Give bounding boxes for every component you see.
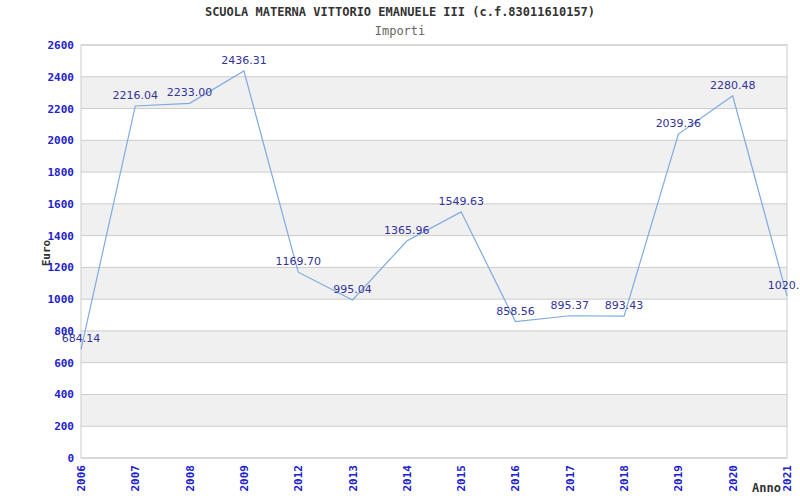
data-point-label: 684.14: [62, 332, 101, 345]
y-tick-label: 1400: [48, 230, 75, 243]
y-tick-label: 1000: [48, 293, 75, 306]
data-point-label: 2039.36: [656, 117, 702, 130]
y-tick-label: 2000: [48, 134, 75, 147]
x-tick-label: 2019: [672, 465, 685, 492]
x-tick-label: 2012: [292, 465, 305, 492]
y-tick-label: 1200: [48, 261, 75, 274]
data-point-label: 1169.70: [275, 255, 321, 268]
data-point-label: 1020.9: [768, 279, 800, 292]
plot-band: [81, 394, 787, 426]
plot-band: [81, 140, 787, 172]
y-tick-label: 400: [54, 388, 74, 401]
data-point-label: 1365.96: [384, 224, 430, 237]
plot-band: [81, 331, 787, 363]
data-point-label: 2280.48: [710, 79, 756, 92]
data-point-label: 2436.31: [221, 54, 267, 67]
data-point-label: 858.56: [496, 305, 535, 318]
data-point-label: 2216.04: [113, 89, 159, 102]
plot-band: [81, 204, 787, 236]
plot-area: 0200400600800100012001400160018002000220…: [0, 0, 800, 500]
x-tick-label: 2020: [727, 465, 740, 492]
y-tick-label: 1800: [48, 166, 75, 179]
x-tick-label: 2006: [75, 465, 88, 492]
x-tick-label: 2015: [455, 465, 468, 492]
x-tick-label: 2008: [184, 465, 197, 492]
y-tick-label: 0: [67, 452, 74, 465]
data-point-label: 995.04: [333, 283, 372, 296]
data-point-label: 1549.63: [438, 195, 484, 208]
y-tick-label: 2400: [48, 71, 75, 84]
data-point-label: 893.43: [605, 299, 644, 312]
y-tick-label: 600: [54, 357, 74, 370]
x-tick-label: 2018: [618, 465, 631, 492]
x-tick-label: 2009: [238, 465, 251, 492]
x-tick-label: 2007: [129, 465, 142, 492]
y-tick-label: 2600: [48, 39, 75, 52]
x-tick-label: 2013: [347, 465, 360, 492]
data-point-label: 895.37: [551, 299, 590, 312]
x-tick-label: 2014: [401, 465, 414, 492]
plot-band: [81, 267, 787, 299]
x-tick-label: 2017: [564, 465, 577, 492]
y-tick-label: 2200: [48, 103, 75, 116]
y-tick-label: 200: [54, 420, 74, 433]
y-tick-label: 1600: [48, 198, 75, 211]
x-tick-label: 2021: [781, 465, 794, 492]
data-point-label: 2233.00: [167, 86, 213, 99]
x-tick-label: 2016: [509, 465, 522, 492]
